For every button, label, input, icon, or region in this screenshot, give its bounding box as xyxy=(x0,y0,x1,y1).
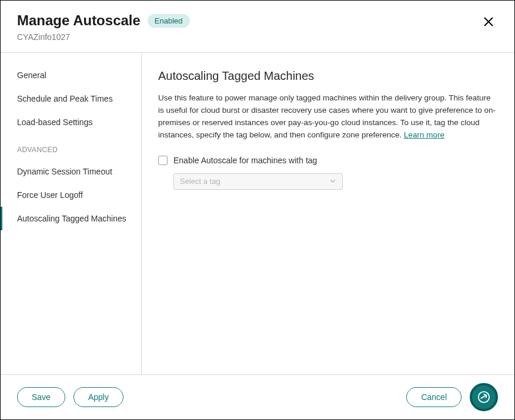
sidebar-item-force-logoff[interactable]: Force User Logoff xyxy=(1,183,141,207)
footer-left: Save Apply xyxy=(17,387,123,407)
page-subtitle: CYAZinfo1027 xyxy=(17,32,190,42)
enable-autoscale-label: Enable Autoscale for machines with tag xyxy=(173,156,317,165)
dialog-header: Manage Autoscale Enabled CYAZinfo1027 xyxy=(1,1,514,53)
enable-autoscale-row: Enable Autoscale for machines with tag xyxy=(158,156,498,165)
sidebar-item-general[interactable]: General xyxy=(1,63,141,87)
content-description: Use this feature to power manage only ta… xyxy=(158,92,498,142)
apply-button[interactable]: Apply xyxy=(73,387,123,407)
sidebar-item-schedule[interactable]: Schedule and Peak Times xyxy=(1,87,141,110)
tag-select: Select a tag xyxy=(173,173,343,190)
sidebar-item-label: Autoscaling Tagged Machines xyxy=(17,214,126,223)
sidebar: General Schedule and Peak Times Load-bas… xyxy=(1,53,142,374)
sidebar-item-label: Dynamic Session Timeout xyxy=(17,167,112,176)
page-title: Manage Autoscale xyxy=(17,12,141,29)
sidebar-item-autoscaling-tagged[interactable]: Autoscaling Tagged Machines xyxy=(1,207,141,230)
content-area: Autoscaling Tagged Machines Use this fea… xyxy=(142,53,514,374)
sidebar-item-label: Load-based Settings xyxy=(17,117,92,127)
enable-autoscale-checkbox[interactable] xyxy=(158,156,168,165)
save-button[interactable]: Save xyxy=(17,387,65,407)
assist-fab[interactable] xyxy=(470,383,498,411)
title-row: Manage Autoscale Enabled xyxy=(17,12,190,29)
content-title: Autoscaling Tagged Machines xyxy=(158,69,498,83)
sidebar-section-label: ADVANCED xyxy=(1,134,141,160)
footer-right: Cancel xyxy=(406,383,498,411)
sidebar-item-label: Force User Logoff xyxy=(17,190,83,200)
cancel-button[interactable]: Cancel xyxy=(406,387,462,407)
status-badge: Enabled xyxy=(148,14,190,28)
tag-select-placeholder: Select a tag xyxy=(180,177,220,186)
content-description-text: Use this feature to power manage only ta… xyxy=(158,93,496,139)
close-icon[interactable] xyxy=(479,12,498,33)
header-left: Manage Autoscale Enabled CYAZinfo1027 xyxy=(17,12,190,42)
learn-more-link[interactable]: Learn more xyxy=(404,130,444,139)
chevron-down-icon xyxy=(329,176,336,187)
sidebar-item-load-settings[interactable]: Load-based Settings xyxy=(1,110,141,134)
sidebar-item-dynamic-timeout[interactable]: Dynamic Session Timeout xyxy=(1,160,141,183)
sidebar-item-label: General xyxy=(17,70,46,80)
dialog-footer: Save Apply Cancel xyxy=(1,374,514,419)
dialog-body: General Schedule and Peak Times Load-bas… xyxy=(1,53,514,374)
sidebar-item-label: Schedule and Peak Times xyxy=(17,94,113,103)
navigation-arrow-icon xyxy=(477,391,490,404)
